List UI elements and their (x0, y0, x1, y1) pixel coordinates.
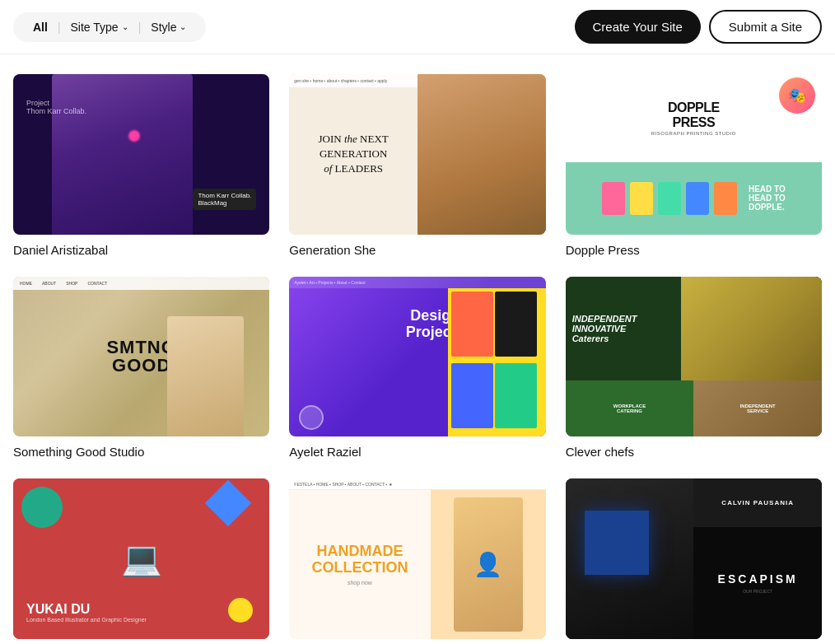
separator-1: | (58, 21, 61, 34)
gallery-item-generation[interactable]: gen she ▪ home ▪ about ▪ chapters ▪ cont… (289, 74, 545, 257)
submit-site-button[interactable]: Submit a Site (709, 10, 822, 44)
festela-left: HANDMADECOLLECTION shop now (289, 490, 430, 639)
clever-main-text: INDEPENDENTINNOVATIVECaterers (572, 314, 637, 343)
yukai-shape-circle (21, 487, 63, 528)
calvin-escapism-area: ESCAPISM OUR PROJECT (693, 527, 822, 639)
gallery-label-ayelet: Ayelet Raziel (289, 445, 545, 459)
clever-independent-text: INDEPENDENTSERVICE (739, 402, 777, 415)
calvin-escapism-sub: OUR PROJECT (743, 589, 772, 594)
dopple-bottom: HEAD TOHEAD TODOPPLE. (566, 162, 822, 235)
thumb-daniel: ProjectThom Karr Collab. Thom Karr Colla… (13, 74, 269, 235)
gallery-item-yukai[interactable]: 💻 YUKAI DU London Based Illustrator and … (13, 478, 269, 644)
yukai-sub: London Based Illustrator and Graphic Des… (26, 617, 147, 623)
toolbar: All | Site Type ⌄ | Style ⌄ Create Your … (0, 0, 835, 54)
gallery-item-festela[interactable]: FESTELA ▪ HOME ▪ SHOP ▪ ABOUT ▪ CONTACT … (289, 478, 545, 644)
smtng-overlay-text: SMTNGGOOD (106, 338, 175, 375)
filter-style-button[interactable]: Style ⌄ (144, 17, 193, 37)
gallery-item-dopple[interactable]: DOPPLEPRESS RISOGRAPH PRINTING STUDIO 🎭 … (566, 74, 822, 257)
gallery-item-smtng[interactable]: HOME ABOUT SHOP CONTACT SMTNGGOOD Someth… (13, 277, 269, 460)
thumb-calvin: CALVIN PAUSANIA ESCAPISM OUR PROJECT (566, 478, 822, 639)
filter-site-type-button[interactable]: Site Type ⌄ (64, 17, 135, 37)
festela-sub: shop now (348, 580, 372, 586)
dopple-brand: DOPPLEPRESS (651, 100, 736, 129)
clever-food-photo (681, 277, 822, 380)
yukai-laptop: 💻 (121, 539, 162, 578)
dopple-tagline: HEAD TOHEAD TODOPPLE. (749, 184, 786, 212)
gallery-label-smtng: Something Good Studio (13, 445, 269, 459)
gallery-label-daniel: Daniel Aristizabal (13, 243, 269, 257)
gen-title: JOIN the NEXTGENERATIONof LEADERS (319, 132, 389, 177)
clever-workplace-text: WORKPLACECATERING (612, 402, 647, 415)
thumb-clever: INDEPENDENTINNOVATIVECaterers WORKPLACEC… (566, 277, 822, 437)
clever-top: INDEPENDENTINNOVATIVECaterers (566, 277, 822, 380)
style-label: Style (151, 21, 176, 34)
filter-bar: All | Site Type ⌄ | Style ⌄ (13, 12, 206, 42)
gen-nav-items: gen she ▪ home ▪ about ▪ chapters ▪ cont… (294, 78, 387, 83)
yukai-name: YUKAI DU (26, 602, 147, 617)
ayelet-nav: Ayelet ▪ Art ▪ Projects ▪ About ▪ Contac… (289, 277, 545, 288)
festela-person: 👤 (454, 497, 523, 632)
create-site-button[interactable]: Create Your Site (575, 10, 701, 44)
festela-nav: FESTELA ▪ HOME ▪ SHOP ▪ ABOUT ▪ CONTACT … (289, 478, 545, 490)
gallery-item-calvin[interactable]: CALVIN PAUSANIA ESCAPISM OUR PROJECT Cal… (566, 478, 822, 644)
gallery-label-clever: Clever chefs (566, 445, 822, 459)
dopple-top: DOPPLEPRESS RISOGRAPH PRINTING STUDIO 🎭 (566, 74, 822, 162)
thumb-dopple: DOPPLEPRESS RISOGRAPH PRINTING STUDIO 🎭 … (566, 74, 822, 235)
thumb-smtng: HOME ABOUT SHOP CONTACT SMTNGGOOD (13, 277, 269, 437)
calvin-left (566, 478, 694, 639)
thumb-yukai: 💻 YUKAI DU London Based Illustrator and … (13, 478, 269, 639)
thumb-ayelet: Ayelet ▪ Art ▪ Projects ▪ About ▪ Contac… (289, 277, 545, 437)
gallery-item-ayelet[interactable]: Ayelet ▪ Art ▪ Projects ▪ About ▪ Contac… (289, 277, 545, 460)
gen-right-panel (418, 74, 546, 235)
calvin-name-area: CALVIN PAUSANIA (693, 478, 822, 526)
separator-2: | (138, 21, 142, 34)
gen-left-panel: JOIN the NEXTGENERATIONof LEADERS (289, 74, 418, 235)
ayelet-yellow-block (448, 288, 545, 437)
filter-all-button[interactable]: All (26, 17, 54, 37)
chevron-down-icon: ⌄ (122, 22, 128, 31)
site-type-label: Site Type (71, 21, 119, 34)
action-buttons: Create Your Site Submit a Site (575, 10, 822, 44)
gallery-item-daniel[interactable]: ProjectThom Karr Collab. Thom Karr Colla… (13, 74, 269, 257)
thumb-generation: gen she ▪ home ▪ about ▪ chapters ▪ cont… (289, 74, 545, 235)
festela-right: 👤 (431, 490, 546, 639)
smtng-nav: HOME ABOUT SHOP CONTACT (13, 277, 269, 290)
gallery-item-clever[interactable]: INDEPENDENTINNOVATIVECaterers WORKPLACEC… (566, 277, 822, 460)
festela-content: HANDMADECOLLECTION shop now 👤 (289, 490, 545, 639)
dopple-sub: RISOGRAPH PRINTING STUDIO (651, 131, 736, 136)
yukai-text-area: YUKAI DU London Based Illustrator and Gr… (26, 602, 147, 623)
gallery-grid: ProjectThom Karr Collab. Thom Karr Colla… (0, 54, 835, 644)
calvin-escapism-text: ESCAPISM (718, 572, 798, 586)
clever-independent: INDEPENDENTSERVICE (693, 380, 822, 436)
card-label-daniel: Thom Karr Collab.BlackMag (193, 189, 256, 210)
festela-title: HANDMADECOLLECTION (311, 544, 408, 576)
overlay-text-daniel: ProjectThom Karr Collab. (26, 99, 86, 115)
clever-workplace: WORKPLACECATERING (566, 380, 694, 436)
clever-bottom: WORKPLACECATERING INDEPENDENTSERVICE (566, 380, 822, 436)
calvin-right: CALVIN PAUSANIA ESCAPISM OUR PROJECT (693, 478, 822, 639)
calvin-name-text: CALVIN PAUSANIA (721, 499, 794, 506)
chevron-down-icon-2: ⌄ (180, 22, 186, 31)
gallery-label-dopple: Dopple Press (566, 243, 822, 257)
calvin-blue-screen (585, 511, 649, 575)
thumb-festela: FESTELA ▪ HOME ▪ SHOP ▪ ABOUT ▪ CONTACT … (289, 478, 545, 639)
gallery-label-generation: Generation She (289, 243, 545, 257)
yukai-shape-yellow (228, 598, 253, 623)
dopple-mascot: 🎭 (779, 77, 815, 114)
